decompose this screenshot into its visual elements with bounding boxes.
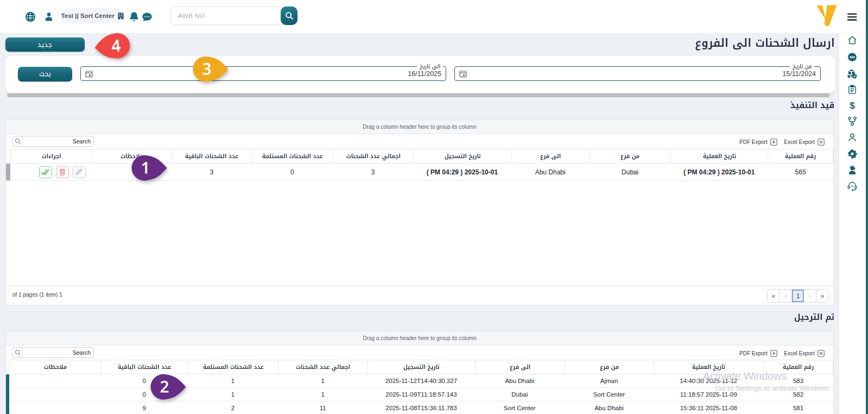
- svg-text:AI: AI: [851, 185, 854, 188]
- svg-text:$: $: [850, 101, 855, 110]
- svg-text:ACN: ACN: [851, 56, 854, 58]
